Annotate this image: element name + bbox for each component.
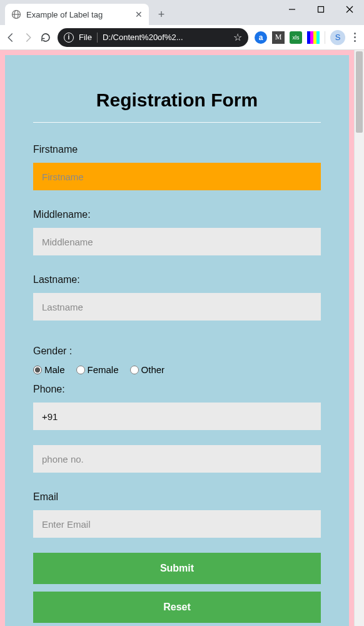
forward-button[interactable] (23, 32, 34, 43)
svg-rect-4 (318, 7, 324, 13)
phone-number-input[interactable] (33, 445, 321, 473)
window-controls (278, 0, 364, 20)
firstname-input[interactable] (33, 163, 321, 190)
titlebar: Example of Label tag ✕ + (0, 0, 364, 25)
gender-radio-group: Male Female Other (33, 364, 321, 375)
submit-button[interactable]: Submit (33, 553, 321, 584)
lastname-label: Lastname: (33, 274, 321, 285)
site-info-icon[interactable]: i (64, 33, 74, 43)
middlename-input[interactable] (33, 228, 321, 255)
toolbar-separator (325, 31, 325, 44)
window-minimize-button[interactable] (278, 0, 306, 19)
gender-radio-male[interactable] (33, 366, 42, 374)
browser-tab[interactable]: Example of Label tag ✕ (5, 4, 149, 25)
registration-form-card: Registration Form Firstname Middlename: … (5, 55, 349, 626)
gender-other-label: Other (141, 364, 165, 375)
address-bar[interactable]: i File D:/Content%20of%2... ☆ (58, 28, 248, 47)
email-label: Email (33, 491, 321, 503)
window-maximize-button[interactable] (306, 0, 335, 19)
browser-chrome: Example of Label tag ✕ + i Fi (0, 0, 364, 50)
browser-toolbar: i File D:/Content%20of%2... ☆ a M xls S (0, 25, 364, 50)
viewport: Registration Form Firstname Middlename: … (0, 50, 364, 626)
omnibox-separator (97, 33, 98, 43)
middlename-label: Middlename: (33, 209, 321, 220)
extension-icons: a M xls S (255, 30, 359, 45)
form-title: Registration Form (33, 90, 321, 111)
lastname-input[interactable] (33, 293, 321, 321)
gender-radio-other[interactable] (130, 366, 139, 374)
phone-country-input[interactable] (33, 403, 321, 430)
extension-icon[interactable]: M (272, 31, 285, 44)
gender-female-label: Female (88, 364, 119, 375)
gender-option-female[interactable]: Female (76, 364, 119, 375)
url-scheme-label: File (79, 33, 92, 42)
page-content: Registration Form Firstname Middlename: … (0, 50, 354, 626)
extension-icon[interactable] (307, 31, 320, 44)
gender-option-other[interactable]: Other (130, 364, 165, 375)
url-text: D:/Content%20of%2... (103, 33, 228, 42)
reload-button[interactable] (40, 32, 51, 43)
kebab-menu-icon[interactable] (350, 33, 359, 42)
bookmark-star-icon[interactable]: ☆ (233, 31, 242, 43)
gender-option-male[interactable]: Male (33, 364, 65, 375)
new-tab-button[interactable]: + (153, 6, 170, 23)
email-input[interactable] (33, 510, 321, 538)
firstname-label: Firstname (33, 144, 321, 155)
close-tab-icon[interactable]: ✕ (135, 9, 143, 19)
scrollbar-thumb[interactable] (356, 51, 363, 133)
gender-male-label: Male (44, 364, 65, 375)
globe-icon (11, 9, 21, 19)
gender-label: Gender : (33, 346, 321, 357)
gender-radio-female[interactable] (76, 366, 85, 374)
extension-icon[interactable]: xls (290, 31, 302, 44)
extension-icon[interactable]: a (255, 31, 267, 44)
profile-avatar[interactable]: S (330, 30, 345, 45)
vertical-scrollbar[interactable] (354, 50, 364, 626)
divider (33, 122, 321, 123)
tab-title: Example of Label tag (26, 10, 130, 19)
phone-label: Phone: (33, 384, 321, 395)
window-close-button[interactable] (335, 0, 364, 19)
reset-button[interactable]: Reset (33, 592, 321, 623)
back-button[interactable] (5, 32, 16, 43)
